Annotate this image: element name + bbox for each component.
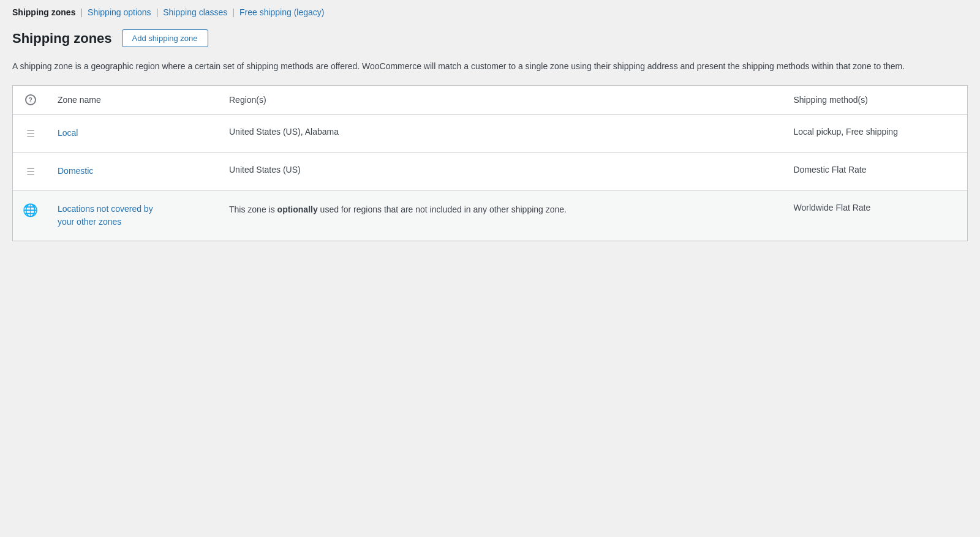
- zone-name-cell: Domestic: [48, 152, 219, 190]
- fallback-description: This zone is optionally used for regions…: [229, 205, 567, 214]
- drag-handle-cell: ☰: [13, 115, 48, 152]
- drag-handle-icon[interactable]: ☰: [23, 165, 38, 178]
- table-header-row: ? Zone name Region(s) Shipping method(s): [13, 86, 968, 115]
- fallback-description-cell: This zone is optionally used for regions…: [219, 190, 784, 241]
- nav-tab-shipping-options[interactable]: Shipping options: [88, 7, 151, 17]
- zone-methods-cell: Local pickup, Free shipping: [784, 115, 968, 152]
- column-shipping-methods: Shipping method(s): [784, 86, 968, 115]
- page-title: Shipping zones: [12, 31, 112, 47]
- table-row-fallback: 🌐 Locations not covered by your other zo…: [13, 190, 968, 241]
- nav-tab-shipping-classes[interactable]: Shipping classes: [163, 7, 227, 17]
- column-zone-name: Zone name: [48, 86, 219, 115]
- fallback-methods-cell: Worldwide Flat Rate: [784, 190, 968, 241]
- nav-tab-free-shipping[interactable]: Free shipping (legacy): [239, 7, 325, 17]
- nav-separator-3: |: [232, 7, 235, 17]
- zone-name-link-fallback[interactable]: Locations not covered by your other zone…: [58, 204, 153, 227]
- nav-tabs: Shipping zones | Shipping options | Ship…: [12, 7, 968, 17]
- zone-name-link-local[interactable]: Local: [58, 128, 78, 138]
- nav-separator-1: |: [80, 7, 83, 17]
- zones-table: ? Zone name Region(s) Shipping method(s)…: [12, 85, 968, 241]
- column-regions: Region(s): [219, 86, 784, 115]
- drag-handle-cell: ☰: [13, 152, 48, 190]
- drag-handle-icon[interactable]: ☰: [23, 127, 38, 140]
- zone-regions-cell: United States (US): [219, 152, 784, 190]
- page-description: A shipping zone is a geographic region w…: [12, 59, 919, 73]
- page-wrapper: Shipping zones | Shipping options | Ship…: [0, 0, 980, 253]
- table-row: ☰ Domestic United States (US) Domestic F…: [13, 152, 968, 190]
- page-header: Shipping zones Add shipping zone: [12, 29, 968, 47]
- add-shipping-zone-button[interactable]: Add shipping zone: [122, 29, 208, 47]
- globe-icon: 🌐: [23, 203, 38, 217]
- help-icon[interactable]: ?: [25, 94, 36, 105]
- nav-separator-2: |: [156, 7, 159, 17]
- table-row: ☰ Local United States (US), Alabama Loca…: [13, 115, 968, 152]
- nav-tab-shipping-zones[interactable]: Shipping zones: [12, 7, 75, 17]
- zone-methods-cell: Domestic Flat Rate: [784, 152, 968, 190]
- zone-name-link-domestic[interactable]: Domestic: [58, 166, 93, 176]
- globe-icon-cell: 🌐: [13, 190, 48, 241]
- zone-name-cell: Local: [48, 115, 219, 152]
- zone-regions-cell: United States (US), Alabama: [219, 115, 784, 152]
- column-handle: ?: [13, 86, 48, 115]
- fallback-zone-name-cell: Locations not covered by your other zone…: [48, 190, 219, 241]
